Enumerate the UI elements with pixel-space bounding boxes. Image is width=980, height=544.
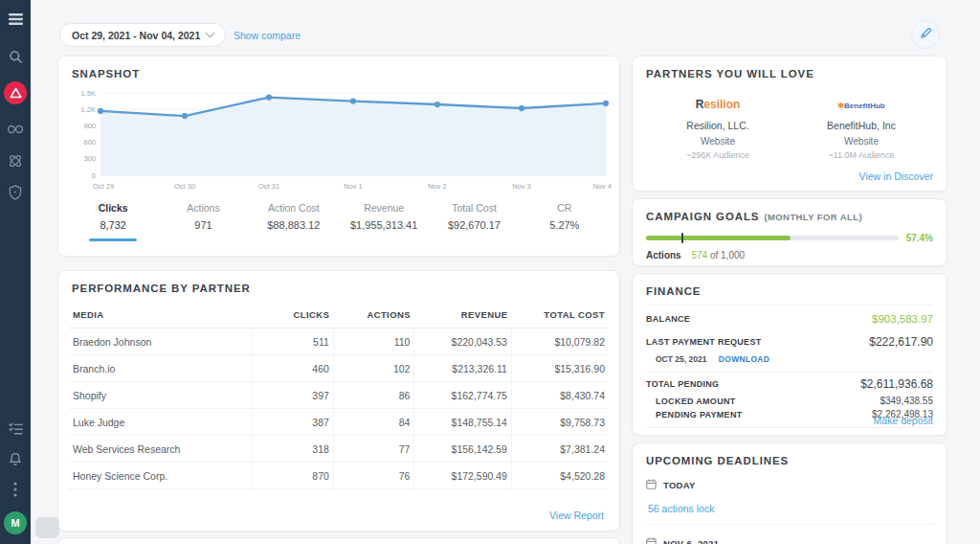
deadline-event-link[interactable]: 56 actions lock xyxy=(648,503,933,514)
sidebar-item-tasks[interactable] xyxy=(0,413,31,443)
metric-tab-revenue[interactable]: Revenue $1,955,313.41 xyxy=(339,202,429,241)
metric-tab-cr[interactable]: CR 5.27% xyxy=(520,202,610,241)
tasks-checklist-icon xyxy=(9,422,23,435)
snapshot-card: SNAPSHOT 1.5K1.2K9006003000Oct 29Oct 30O… xyxy=(57,56,620,257)
avatar-initial: M xyxy=(4,511,27,534)
table-row[interactable]: Braedon Johnson 511 110 $220,043.53 $10,… xyxy=(69,329,609,355)
cell-revenue: $148,755.14 xyxy=(414,409,512,436)
finance-title: FINANCE xyxy=(646,285,933,297)
column-header-revenue[interactable]: REVENUE xyxy=(414,304,512,329)
cell-clicks: 511 xyxy=(253,329,334,355)
brand-logo-button[interactable] xyxy=(0,78,31,108)
campaign-goals-card: CAMPAIGN GOALS (MONTHLY FOR ALL) 57.4% A… xyxy=(632,198,947,266)
svg-text:600: 600 xyxy=(83,138,96,147)
cell-media: Luke Judge xyxy=(69,409,253,436)
bell-icon xyxy=(9,452,22,466)
metric-label: CR xyxy=(520,202,610,214)
metric-label: Total Cost xyxy=(429,202,519,214)
table-row[interactable]: Honey Science Corp. 870 76 $172,590.49 $… xyxy=(69,463,609,489)
view-report-link[interactable]: View Report xyxy=(549,510,604,521)
partner-website-link[interactable]: Website xyxy=(646,136,790,147)
metric-value: 5.27% xyxy=(520,219,610,231)
shield-icon xyxy=(9,185,22,200)
cell-media: Honey Science Corp. xyxy=(69,463,253,489)
cell-revenue: $162,774.75 xyxy=(414,382,512,409)
cell-total-cost: $15,316.90 xyxy=(511,355,609,382)
partners-title: PARTNERS YOU WILL LOVE xyxy=(646,68,933,79)
metric-value: 971 xyxy=(158,219,248,231)
total-pending-value: $2,611,936.68 xyxy=(860,377,933,391)
table-row[interactable]: Luke Judge 387 84 $148,755.14 $9,758.73 xyxy=(69,409,609,436)
sidebar-item-tracking[interactable] xyxy=(0,114,31,145)
goals-title: CAMPAIGN GOALS xyxy=(646,211,759,222)
partner-website-link[interactable]: Website xyxy=(790,136,933,147)
cell-actions: 76 xyxy=(333,463,414,489)
partner-suggestion[interactable]: ✱BenefitHub BenefitHub, Inc Website ~11.… xyxy=(790,95,933,160)
last-payment-label: LAST PAYMENT REQUEST xyxy=(646,337,762,347)
infinity-icon xyxy=(7,125,24,134)
view-in-discover-link[interactable]: View in Discover xyxy=(859,170,933,182)
goal-progress-fill xyxy=(646,236,791,240)
show-compare-link[interactable]: Show compare xyxy=(234,30,301,41)
pencil-icon xyxy=(920,26,932,43)
snapshot-title: SNAPSHOT xyxy=(72,68,606,79)
more-options-button[interactable] xyxy=(0,474,31,505)
metric-tab-total-cost[interactable]: Total Cost $92,670.17 xyxy=(429,202,519,241)
sidebar-item-network[interactable] xyxy=(0,146,31,176)
benefithub-logo: ✱BenefitHub xyxy=(790,95,933,110)
column-header-clicks[interactable]: CLICKS xyxy=(253,304,334,329)
column-header-actions[interactable]: ACTIONS xyxy=(333,304,414,329)
locked-amount-value: $349,438.55 xyxy=(880,396,933,406)
deadline-date: NOV 6, 2021 xyxy=(663,538,719,544)
metric-label: Action Cost xyxy=(249,202,339,214)
cell-media: Braedon Johnson xyxy=(69,329,253,355)
last-payment-date: OCT 25, 2021 xyxy=(656,354,706,364)
chevron-down-icon xyxy=(206,29,215,38)
search-icon xyxy=(9,50,23,64)
resilion-logo: Resilion xyxy=(646,95,790,110)
user-avatar[interactable]: M xyxy=(0,508,31,538)
search-button[interactable] xyxy=(0,41,31,72)
svg-text:1.5K: 1.5K xyxy=(81,89,96,98)
partner-audience: ~11.0M Audience xyxy=(790,150,933,160)
svg-text:Nov 1: Nov 1 xyxy=(344,182,363,191)
performance-title: PERFORMANCE BY PARTNER xyxy=(58,283,619,294)
snapshot-chart[interactable]: 1.5K1.2K9006003000Oct 29Oct 30Oct 31Nov … xyxy=(64,87,617,196)
cell-revenue: $172,590.49 xyxy=(414,463,512,489)
table-row[interactable]: Branch.io 460 102 $213,326.11 $15,316.90 xyxy=(69,355,609,382)
download-link[interactable]: DOWNLOAD xyxy=(719,354,769,364)
date-range-picker[interactable]: Oct 29, 2021 - Nov 04, 2021 xyxy=(59,23,226,47)
metric-tab-clicks[interactable]: Clicks 8,732 xyxy=(68,202,158,241)
cell-clicks: 870 xyxy=(253,463,334,489)
metric-tab-action-cost[interactable]: Action Cost $88,883.12 xyxy=(249,202,339,241)
make-deposit-link[interactable]: Make deposit xyxy=(874,415,933,426)
brand-logo-icon xyxy=(4,81,27,104)
partner-suggestion[interactable]: Resilion Resilion, LLC. Website ~296K Au… xyxy=(646,95,790,160)
metric-tab-actions[interactable]: Actions 971 xyxy=(158,202,248,241)
cell-revenue: $213,326.11 xyxy=(414,355,512,382)
edit-dashboard-button[interactable] xyxy=(911,20,940,49)
svg-text:300: 300 xyxy=(83,154,96,163)
cell-media: Shopify xyxy=(69,382,253,409)
goal-progress-bar xyxy=(646,236,899,240)
sidebar-item-protect[interactable] xyxy=(0,177,31,208)
notifications-button[interactable] xyxy=(0,443,31,474)
balance-value: $903,583.97 xyxy=(872,313,933,325)
table-row[interactable]: Web Services Research 318 77 $156,142.59… xyxy=(69,436,609,463)
collapsed-widget-tab[interactable] xyxy=(35,517,59,538)
column-header-total-cost[interactable]: TOTAL COST xyxy=(511,304,609,329)
goal-caption: Actions 574 of 1,000 xyxy=(646,250,933,261)
column-header-media[interactable]: MEDIA xyxy=(69,304,253,329)
deadline-item: TODAY 56 actions lock xyxy=(646,476,933,525)
svg-text:0: 0 xyxy=(92,171,96,180)
svg-text:Oct 30: Oct 30 xyxy=(174,182,195,191)
deadlines-title: UPCOMING DEADLINES xyxy=(646,455,933,466)
metric-value: $88,883.12 xyxy=(249,219,339,231)
pending-payment-label: PENDING PAYMENT xyxy=(656,410,743,419)
performance-table: MEDIA CLICKS ACTIONS REVENUE TOTAL COST … xyxy=(69,304,609,489)
goals-subtitle: (MONTHLY FOR ALL) xyxy=(764,212,862,222)
cell-total-cost: $9,758.73 xyxy=(511,409,609,436)
menu-button[interactable] xyxy=(0,4,31,34)
svg-text:Nov 2: Nov 2 xyxy=(428,182,447,191)
table-row[interactable]: Shopify 397 86 $162,774.75 $8,430.74 xyxy=(69,382,609,409)
